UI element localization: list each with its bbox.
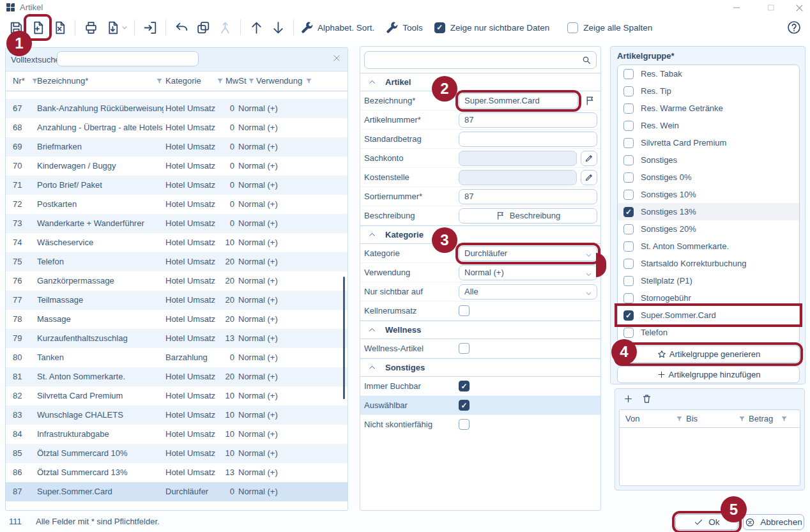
delete-range-button[interactable] xyxy=(641,393,652,404)
kategorie-dropdown[interactable]: Durchläufer xyxy=(459,246,597,261)
artikelgruppe-item[interactable]: Silvretta Card Premium xyxy=(618,134,799,151)
auswaehlbar-checkbox[interactable] xyxy=(459,400,470,411)
table-row[interactable]: 70Kinderwagen / BuggyHotel Umsatz0Normal… xyxy=(6,156,348,176)
column-header-von[interactable]: Von xyxy=(625,410,639,427)
toolbar-separator xyxy=(134,20,135,35)
artikelgruppe-item[interactable]: Stellplatz (P1) xyxy=(618,272,799,289)
help-button[interactable] xyxy=(783,17,805,38)
undo-button[interactable] xyxy=(171,17,192,38)
table-row[interactable]: 67Bank-Anzahlung RücküberweisungHotel Um… xyxy=(6,99,348,118)
table-row[interactable]: 82Silvretta Card PremiumHotel Umsatz10No… xyxy=(6,386,348,406)
artikelgruppe-item[interactable]: Sonstiges 0% xyxy=(618,169,799,186)
table-row[interactable]: 68Anzahlung - Übertrag - alte HotelsHote… xyxy=(6,118,348,137)
section-header-kategorie[interactable]: Kategorie xyxy=(360,225,600,244)
table-row[interactable]: 83Wunschlage CHALETSHotel Umsatz10Normal… xyxy=(6,406,348,425)
alphabet-sort-button[interactable]: Alphabet. Sort. xyxy=(298,17,377,38)
column-header-nr[interactable]: Nr* xyxy=(13,72,25,91)
maximize-button[interactable] xyxy=(761,2,781,13)
new-article-button[interactable] xyxy=(27,17,49,38)
move-down-button[interactable] xyxy=(267,17,289,38)
column-header-verwendung[interactable]: Verwendung xyxy=(256,72,302,91)
table-row[interactable]: 79KurzaufenthaltszuschlagHotel Umsatz13N… xyxy=(6,329,348,348)
generate-artikelgruppe-button[interactable]: Artikelgruppe generieren xyxy=(617,346,800,363)
close-button[interactable] xyxy=(790,2,809,13)
column-header-kategorie[interactable]: Kategorie xyxy=(165,72,201,91)
artikelgruppe-item[interactable]: Stornogebühr xyxy=(618,289,799,307)
nicht-skontierfaehig-checkbox[interactable] xyxy=(459,419,470,430)
section-header-wellness[interactable]: Wellness xyxy=(360,321,600,339)
immer-buchbar-checkbox[interactable] xyxy=(459,381,470,391)
table-row[interactable]: 78MassageHotel Umsatz20Normal (+) xyxy=(6,310,348,329)
artikelgruppe-item[interactable]: Startsaldo Korrekturbuchung xyxy=(618,255,799,272)
print-button[interactable] xyxy=(80,17,102,38)
fulltext-search-input[interactable] xyxy=(57,51,199,66)
table-row[interactable]: 84InfrastrukturabgabeHotel Umsatz10Norma… xyxy=(6,425,348,444)
artikelgruppe-item[interactable]: St. Anton Sommerkarte. xyxy=(618,238,799,255)
table-row[interactable]: 80TankenBarzahlung0Normal (+) xyxy=(6,348,348,367)
cancel-button[interactable]: Abbrechen xyxy=(743,514,804,530)
export-button[interactable] xyxy=(102,17,123,38)
artikelgruppe-item[interactable]: Telefon xyxy=(618,324,799,341)
filter-icon[interactable] xyxy=(156,77,163,85)
column-header-bezeichnung[interactable]: Bezeichnung* xyxy=(37,72,88,91)
show-visible-data-checkbox[interactable]: Zeige nur sichtbare Daten xyxy=(434,22,549,33)
table-row[interactable]: 72PostkartenHotel Umsatz0Normal (+) xyxy=(6,195,348,214)
table-row[interactable]: 81St. Anton Sommerkarte.Hotel Umsatz20No… xyxy=(6,367,348,386)
filter-icon[interactable] xyxy=(781,415,788,423)
artikelgruppe-item[interactable]: Super.Sommer.Card xyxy=(618,307,799,324)
edit-sachkonto-button[interactable] xyxy=(581,151,597,166)
table-row[interactable]: 85Ötztal Summercard 10%Hotel Umsatz10Nor… xyxy=(6,444,348,463)
column-header-mwst[interactable]: MwSt xyxy=(225,72,247,91)
show-all-columns-checkbox[interactable]: Zeige alle Spalten xyxy=(567,22,652,33)
filter-icon[interactable] xyxy=(676,415,683,423)
filter-icon[interactable] xyxy=(738,415,745,423)
add-range-button[interactable] xyxy=(623,393,634,404)
table-row[interactable]: 71Porto Brief/ PaketHotel Umsatz0Normal … xyxy=(6,176,348,195)
artikelgruppe-item[interactable]: Sonstiges 20% xyxy=(618,220,799,238)
tools-button[interactable]: Tools xyxy=(383,17,425,38)
import-button[interactable] xyxy=(139,17,161,38)
artikelnummer-input[interactable]: 87 xyxy=(459,112,597,128)
column-header-betrag[interactable]: Betrag xyxy=(749,410,773,427)
beschreibung-button[interactable]: Beschreibung xyxy=(459,208,597,224)
artikelgruppe-item[interactable]: Res. Warme Getränke xyxy=(618,100,799,117)
kellnerumsatz-checkbox[interactable] xyxy=(459,305,470,316)
minimize-button[interactable] xyxy=(727,2,746,13)
delete-article-button[interactable] xyxy=(49,17,70,38)
artikelgruppe-item[interactable]: Res. Wein xyxy=(618,117,799,134)
table-row[interactable]: 86Ötztal Summercard 13%Hotel Umsatz13Nor… xyxy=(6,463,348,482)
section-header-artikel[interactable]: Artikel xyxy=(360,73,600,91)
table-row[interactable]: 73Wanderkarte + WanderführerHotel Umsatz… xyxy=(6,214,348,233)
table-row[interactable]: 77TeilmassageHotel Umsatz20Normal (+) xyxy=(6,291,348,310)
verwendung-dropdown[interactable]: Normal (+) xyxy=(459,265,597,280)
artikelgruppe-item[interactable]: Res. Tip xyxy=(618,82,799,100)
artikelgruppe-item[interactable]: Sonstiges 13% xyxy=(618,203,799,220)
close-search-icon[interactable] xyxy=(332,54,341,63)
artikelgruppe-item[interactable]: Res. Tabak xyxy=(618,65,799,82)
translate-flag-button[interactable] xyxy=(582,93,597,109)
export-options-button[interactable] xyxy=(121,24,128,31)
artikelgruppe-item[interactable]: Sonstiges xyxy=(618,151,799,169)
standardbetrag-input[interactable] xyxy=(459,132,597,147)
wellness-artikel-checkbox[interactable] xyxy=(459,343,470,354)
table-row[interactable]: 75TelefonHotel Umsatz20Normal (+) xyxy=(6,252,348,271)
bezeichnung-input[interactable]: Super.Sommer.Card xyxy=(459,93,578,109)
vertical-scrollbar[interactable] xyxy=(343,277,345,399)
sortiernummer-input[interactable]: 87 xyxy=(459,189,597,204)
filter-icon[interactable] xyxy=(305,77,312,85)
column-header-bis[interactable]: Bis xyxy=(686,410,698,427)
nur-sichtbar-auf-dropdown[interactable]: Alle xyxy=(459,284,597,300)
artikelgruppe-item[interactable]: Sonstiges 10% xyxy=(618,186,799,203)
move-up-button[interactable] xyxy=(245,17,267,38)
detail-search-input[interactable] xyxy=(364,51,597,69)
add-artikelgruppe-button[interactable]: Artikelgruppe hinzufügen xyxy=(617,366,800,383)
edit-kostenstelle-button[interactable] xyxy=(581,170,597,185)
table-row[interactable]: 74WäscheserviceHotel Umsatz10Normal (+) xyxy=(6,233,348,252)
table-row[interactable]: 69BriefmarkenHotel Umsatz0Normal (+) xyxy=(6,137,348,156)
filter-icon[interactable] xyxy=(217,77,224,85)
table-row[interactable]: 76GanzkörpermassageHotel Umsatz20Normal … xyxy=(6,271,348,291)
copy-button[interactable] xyxy=(192,17,214,38)
section-header-sonstiges[interactable]: Sonstiges xyxy=(360,358,600,377)
filter-icon[interactable] xyxy=(248,77,255,85)
table-row[interactable]: 87Super.Sommer.CardDurchläufer0Normal (+… xyxy=(6,482,348,501)
